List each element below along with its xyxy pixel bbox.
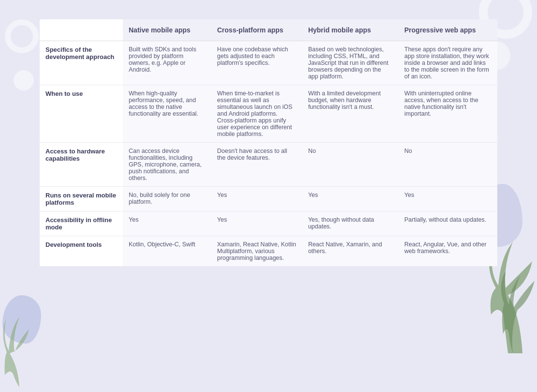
- table-wrapper: Native mobile apps Cross-platform apps H…: [40, 19, 497, 377]
- decor-circle-left-mid: [14, 70, 34, 90]
- row-6-col4: React, Angular, Vue, and other web frame…: [399, 236, 497, 267]
- decor-circle-left-top: [5, 19, 39, 53]
- table-row: Runs on several mobile platforms No, bui…: [40, 187, 497, 211]
- table-row: Development tools Kotlin, Objective-C, S…: [40, 236, 497, 267]
- row-3-col1: Can access device functionalities, inclu…: [123, 143, 211, 187]
- row-4-col2: Yes: [211, 187, 302, 211]
- row-2-col2: When time-to-market is essential as well…: [211, 85, 302, 143]
- row-3-col3: No: [302, 143, 399, 187]
- row-2-col3: With a limited development budget, when …: [302, 85, 399, 143]
- table-row: Access to hardware capabilities Can acce…: [40, 143, 497, 187]
- row-2-col1: When high-quality performance, speed, an…: [123, 85, 211, 143]
- row-5-col4: Partially, without data updates.: [399, 211, 497, 236]
- row-5-col3: Yes, though without data updates.: [302, 211, 399, 236]
- row-3-col4: No: [399, 143, 497, 187]
- row-4-col1: No, build solely for one platform.: [123, 187, 211, 211]
- row-5-col1: Yes: [123, 211, 211, 236]
- row-label-6: Development tools: [40, 236, 123, 267]
- table-row: Accessibility in offline mode Yes Yes Ye…: [40, 211, 497, 236]
- table-row: Specifics of the development approach Bu…: [40, 41, 497, 85]
- row-label-3: Access to hardware capabilities: [40, 143, 123, 187]
- row-label-1: Specifics of the development approach: [40, 41, 123, 85]
- row-2-col4: With uninterrupted online access, when a…: [399, 85, 497, 143]
- row-5-col2: Yes: [211, 211, 302, 236]
- decor-plant-left: [0, 295, 39, 392]
- comparison-table: Native mobile apps Cross-platform apps H…: [40, 19, 497, 266]
- row-3-col2: Doesn't have access to all the device fe…: [211, 143, 302, 187]
- header-empty: [40, 19, 123, 41]
- table-row: When to use When high-quality performanc…: [40, 85, 497, 143]
- decor-blob-bot-left: [2, 295, 41, 344]
- header-native: Native mobile apps: [123, 19, 211, 41]
- header-cross-platform: Cross-platform apps: [211, 19, 302, 41]
- header-hybrid: Hybrid mobile apps: [302, 19, 399, 41]
- row-6-col3: React Native, Xamarin, and others.: [302, 236, 399, 267]
- header-pwa: Progressive web apps: [399, 19, 497, 41]
- row-1-col1: Built with SDKs and tools provided by pl…: [123, 41, 211, 85]
- row-1-col2: Have one codebase which gets adjusted to…: [211, 41, 302, 85]
- row-4-col4: Yes: [399, 187, 497, 211]
- row-1-col3: Based on web technologies, including CSS…: [302, 41, 399, 85]
- row-1-col4: These apps don't require any app store i…: [399, 41, 497, 85]
- row-label-4: Runs on several mobile platforms: [40, 187, 123, 211]
- row-4-col3: Yes: [302, 187, 399, 211]
- row-label-5: Accessibility in offline mode: [40, 211, 123, 236]
- row-label-2: When to use: [40, 85, 123, 143]
- row-6-col2: Xamarin, React Native, Kotlin Multiplatf…: [211, 236, 302, 267]
- table-header-row: Native mobile apps Cross-platform apps H…: [40, 19, 497, 41]
- row-6-col1: Kotlin, Objective-C, Swift: [123, 236, 211, 267]
